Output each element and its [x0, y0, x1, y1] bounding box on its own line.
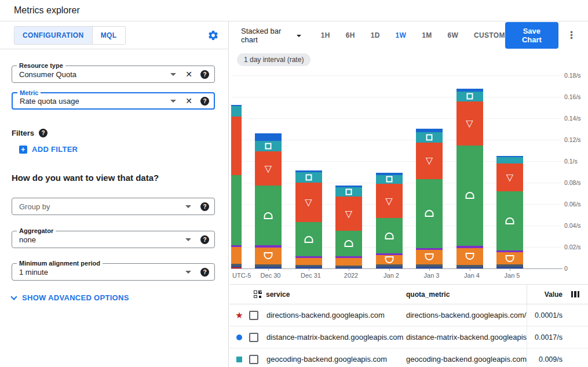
tab-configuration[interactable]: CONFIGURATION	[14, 27, 92, 44]
tab-mql[interactable]: MQL	[92, 27, 125, 44]
table-row[interactable]: geocoding-backend.googleapis.comgeocodin…	[229, 348, 588, 367]
time-range-group: 1H6H1D1W1M6WCUSTOM	[321, 31, 505, 39]
bar-segment-slate	[376, 264, 403, 267]
aggregator-select[interactable]: Aggregator none ?	[12, 231, 215, 248]
checkbox-cell	[249, 333, 266, 342]
cup-marker-icon	[425, 253, 434, 260]
table-row[interactable]: ★directions-backend.googleapis.comdirect…	[229, 304, 588, 326]
bar-segment-blue	[231, 105, 242, 106]
square-marker-icon	[426, 134, 433, 140]
time-range-6h[interactable]: 6H	[346, 31, 355, 39]
time-range-custom[interactable]: CUSTOM	[474, 31, 505, 39]
cup-marker-icon	[465, 253, 474, 260]
arch-marker-icon	[385, 232, 393, 239]
save-chart-button[interactable]: Save Chart	[505, 22, 558, 49]
bar-segment-orange	[376, 255, 403, 264]
bar-segment-green	[376, 218, 403, 253]
stacked-bar-jan-4[interactable]: ▽	[456, 89, 483, 268]
square-icon	[236, 357, 242, 362]
chart-panel: Stacked bar chart 1H6H1D1W1M6WCUSTOM Sav…	[229, 21, 588, 367]
time-range-1h[interactable]: 1H	[321, 31, 330, 39]
y-tick-label: 0.04/s	[564, 222, 581, 229]
stacked-bar-dec-31[interactable]: ▽	[295, 170, 322, 268]
dropdown-arrow-icon[interactable]	[170, 100, 176, 103]
stacked-bar-jan-3[interactable]: ▽	[416, 129, 443, 268]
time-range-1m[interactable]: 1M	[422, 31, 432, 39]
group-by-select[interactable]: Group by ?	[12, 198, 215, 215]
help-icon[interactable]: ?	[200, 70, 209, 79]
add-filter-button[interactable]: + ADD FILTER	[19, 145, 78, 154]
dropdown-arrow-icon[interactable]	[185, 238, 191, 241]
column-settings-icon[interactable]	[571, 291, 580, 297]
dropdown-arrow-icon[interactable]	[185, 205, 191, 208]
dropdown-arrow-icon[interactable]	[185, 271, 191, 274]
y-tick-label: 0	[564, 265, 568, 272]
bar-segment-teal	[496, 157, 523, 163]
y-tick-label: 0.02/s	[564, 244, 581, 250]
clear-icon[interactable]: ✕	[185, 96, 192, 106]
min-alignment-select[interactable]: Minimum alignment period 1 minute ?	[12, 263, 215, 281]
stacked-bar-dec-30[interactable]: ▽	[255, 133, 282, 268]
bar-segment-teal	[335, 187, 362, 197]
x-tick-label: Jan 5	[505, 272, 520, 279]
bar-segment-red: ▽	[255, 151, 282, 186]
bar-segment-blue	[255, 133, 282, 141]
row-checkbox[interactable]	[249, 311, 258, 320]
resource-type-select[interactable]: Resource type Consumer Quota ✕ ?	[12, 66, 215, 83]
series-symbol-cell	[229, 335, 249, 340]
bar-segment-green	[295, 222, 322, 256]
help-icon[interactable]: ?	[200, 97, 209, 106]
time-range-1w[interactable]: 1W	[396, 31, 407, 39]
triangle-marker-icon: ▽	[506, 173, 513, 182]
show-advanced-options-button[interactable]: SHOW ADVANCED OPTIONS	[12, 293, 129, 302]
bar-segment-teal	[416, 132, 443, 143]
metric-select[interactable]: Metric Rate quota usage ✕ ?	[12, 92, 215, 110]
value-cell: 0.009/s	[527, 348, 588, 367]
min-alignment-label: Minimum alignment period	[17, 260, 103, 267]
checkbox-cell	[249, 311, 266, 320]
bar-segment-red: ▽	[416, 143, 443, 179]
star-icon: ★	[235, 311, 243, 319]
help-icon[interactable]: ?	[200, 268, 209, 277]
bar-segment-purple	[335, 256, 362, 258]
bar-segment-orange	[496, 252, 523, 264]
bar-segment-slate	[335, 266, 362, 267]
x-tick-label: Jan 4	[464, 272, 480, 279]
bar-segment-red: ▽	[456, 101, 483, 146]
clear-icon[interactable]: ✕	[185, 70, 192, 79]
checkbox-cell	[249, 355, 266, 364]
x-tick-label: Jan 2	[384, 272, 399, 279]
chart-type-dropdown[interactable]: Stacked bar chart	[241, 27, 301, 44]
dropdown-arrow-icon[interactable]	[170, 73, 176, 76]
stacked-bar-jan-2[interactable]: ▽	[376, 173, 403, 268]
bar-segment-teal	[255, 141, 282, 151]
row-checkbox[interactable]	[249, 355, 258, 364]
y-tick-label: 0.06/s	[564, 201, 581, 208]
toggle-all-series-icon[interactable]	[254, 290, 262, 299]
aggregator-label: Aggregator	[17, 227, 56, 234]
stacked-bar-jan-5[interactable]: ▽	[496, 156, 523, 268]
bar-segment-blue	[416, 129, 443, 132]
bar-segment-red: ▽	[376, 184, 403, 219]
group-by-placeholder: Group by	[19, 202, 50, 211]
tabset: CONFIGURATION MQL	[14, 26, 126, 45]
table-row[interactable]: distance-matrix-backend.googleapis.comdi…	[229, 326, 588, 348]
table-body: ★directions-backend.googleapis.comdirect…	[229, 304, 588, 367]
y-tick-label: 0.1/s	[564, 158, 578, 165]
triangle-marker-icon: ▽	[426, 156, 433, 165]
quota-metric-column-header: quota_metric	[406, 290, 527, 299]
help-icon[interactable]: ?	[200, 235, 209, 244]
bar-segment-orange	[456, 248, 483, 266]
gear-icon[interactable]	[207, 30, 219, 41]
help-icon[interactable]: ?	[200, 202, 209, 211]
time-range-1d[interactable]: 1D	[371, 31, 380, 39]
row-checkbox[interactable]	[249, 333, 258, 342]
more-menu-icon[interactable]: ⋮	[567, 30, 576, 41]
x-tick-label: 2022	[344, 272, 358, 279]
bar-segment-teal	[295, 172, 322, 182]
time-range-6w[interactable]: 6W	[448, 31, 459, 39]
y-tick-label: 0.12/s	[564, 136, 581, 143]
stacked-bar-2022[interactable]: ▽	[335, 186, 362, 268]
stacked-bar[interactable]	[231, 105, 242, 268]
help-icon[interactable]: ?	[39, 129, 48, 137]
